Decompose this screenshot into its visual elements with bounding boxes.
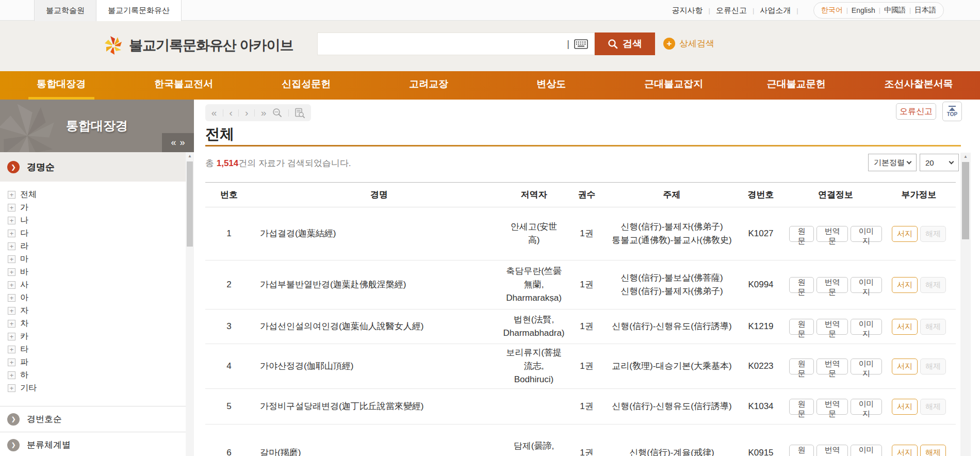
tree-item[interactable]: +카 [8, 330, 194, 343]
lang-chinese[interactable]: 中國語 [884, 6, 906, 15]
original-text-button[interactable]: 원문 [789, 226, 814, 242]
lang-english[interactable]: English [852, 6, 875, 14]
tree-item[interactable]: +바 [8, 266, 194, 279]
sidebar-scrollbar[interactable]: ▲ [186, 152, 194, 456]
bibliography-button[interactable]: 서지 [892, 399, 918, 415]
tree-item[interactable]: +사 [8, 279, 194, 291]
sutra-name-link[interactable]: 가섭결경(迦葉結經) [260, 227, 336, 240]
last-page-icon[interactable]: » [261, 108, 267, 118]
expand-plus-icon[interactable]: + [8, 346, 15, 353]
tree-item[interactable]: +마 [8, 253, 194, 266]
expand-plus-icon[interactable]: + [8, 359, 15, 366]
nav-item-4[interactable]: 고려교장 [368, 71, 491, 100]
original-text-button[interactable]: 원문 [789, 277, 814, 293]
image-button[interactable]: 이미지 [851, 399, 882, 415]
page-size-select[interactable]: 20 [920, 154, 959, 171]
sidebar-collapse-button[interactable]: « » [162, 133, 194, 152]
lang-korean[interactable]: 한국어 [821, 6, 843, 15]
sutra-name-link[interactable]: 가섭부불반열반경(迦葉赴佛般涅槃經) [260, 278, 406, 291]
bibliography-button[interactable]: 서지 [892, 277, 918, 293]
expand-plus-icon[interactable]: + [8, 191, 15, 199]
expand-plus-icon[interactable]: + [8, 320, 15, 328]
translation-button[interactable]: 번역문 [816, 445, 848, 456]
tree-item[interactable]: +나 [8, 214, 194, 227]
expand-plus-icon[interactable]: + [8, 268, 15, 276]
tree-item[interactable]: +타 [8, 343, 194, 356]
tree-item[interactable]: +차 [8, 317, 194, 330]
tree-item[interactable]: +자 [8, 304, 194, 317]
first-page-icon[interactable]: « [211, 108, 217, 118]
scroll-up-icon[interactable]: ▲ [960, 153, 971, 161]
tree-item[interactable]: +가 [8, 201, 194, 214]
content-scroll-thumb[interactable] [962, 162, 969, 239]
error-report-button[interactable]: 오류신고 [896, 103, 936, 120]
expand-plus-icon[interactable]: + [8, 294, 15, 302]
zoom-icon[interactable] [272, 108, 282, 118]
image-button[interactable]: 이미지 [851, 319, 882, 335]
tree-item[interactable]: +라 [8, 240, 194, 253]
image-button[interactable]: 이미지 [851, 226, 882, 242]
expand-plus-icon[interactable]: + [8, 333, 15, 340]
nav-item-1[interactable]: 통합대장경 [0, 71, 123, 100]
expand-plus-icon[interactable]: + [8, 230, 15, 237]
advanced-search-button[interactable]: + 상세검색 [663, 38, 714, 50]
expand-plus-icon[interactable]: + [8, 371, 15, 379]
nav-item-2[interactable]: 한국불교전서 [123, 71, 246, 100]
tree-item[interactable]: +전체 [8, 188, 194, 201]
original-text-button[interactable]: 원문 [789, 319, 814, 335]
original-text-button[interactable]: 원문 [789, 445, 814, 456]
expand-plus-icon[interactable]: + [8, 217, 15, 224]
nav-item-7[interactable]: 근대불교문헌 [735, 71, 858, 100]
original-text-button[interactable]: 원문 [789, 399, 814, 415]
lang-japanese[interactable]: 日本語 [914, 6, 936, 15]
original-text-button[interactable]: 원문 [789, 359, 814, 374]
bibliography-button[interactable]: 서지 [892, 319, 918, 335]
site-logo[interactable]: 불교기록문화유산 아카이브 [103, 35, 293, 56]
scroll-up-icon[interactable]: ▲ [186, 152, 194, 160]
nav-item-6[interactable]: 근대불교잡지 [613, 71, 736, 100]
expand-plus-icon[interactable]: + [8, 384, 15, 392]
nav-item-5[interactable]: 변상도 [490, 71, 613, 100]
site-tab-academy[interactable]: 불교학술원 [34, 0, 96, 21]
translation-button[interactable]: 번역문 [816, 277, 848, 293]
tree-item[interactable]: +아 [8, 291, 194, 304]
bibliography-button[interactable]: 서지 [892, 226, 918, 242]
expand-plus-icon[interactable]: + [8, 204, 15, 211]
prev-page-icon[interactable]: ‹ [230, 108, 233, 118]
expand-plus-icon[interactable]: + [8, 307, 15, 315]
content-scrollbar[interactable]: ▲ [960, 153, 971, 456]
sutra-name-link[interactable]: 가섭선인설의여인경(迦葉仙人說醫女人經) [260, 320, 423, 333]
expand-plus-icon[interactable]: + [8, 255, 15, 263]
image-button[interactable]: 이미지 [851, 277, 882, 293]
search-input[interactable] [318, 33, 567, 55]
translation-button[interactable]: 번역문 [816, 359, 848, 374]
nav-item-8[interactable]: 조선사찰본서목 [858, 71, 980, 100]
tree-item[interactable]: +다 [8, 227, 194, 240]
sutra-name-link[interactable]: 가정비구설당래변경(迦丁比丘說當來變經) [260, 400, 423, 413]
translation-button[interactable]: 번역문 [816, 399, 848, 415]
translation-button[interactable]: 번역문 [816, 319, 848, 335]
nav-item-3[interactable]: 신집성문헌 [245, 71, 368, 100]
tree-item[interactable]: +파 [8, 356, 194, 369]
search-button[interactable]: 검색 [595, 32, 655, 55]
sidebar-section-sutra-code-order[interactable]: ❯경번호순 [0, 406, 186, 432]
expand-plus-icon[interactable]: + [8, 242, 15, 250]
site-tab-archive[interactable]: 불교기록문화유산 [96, 0, 182, 21]
sidebar-scroll-thumb[interactable] [187, 161, 193, 247]
tree-item[interactable]: +기타 [8, 382, 194, 395]
bibliography-button[interactable]: 서지 [892, 359, 918, 374]
about-link[interactable]: 사업소개 [760, 6, 791, 15]
sutra-name-link[interactable]: 갈마(羯磨) [260, 446, 301, 456]
image-button[interactable]: 이미지 [851, 445, 882, 456]
translation-button[interactable]: 번역문 [816, 226, 848, 242]
expand-plus-icon[interactable]: + [8, 281, 15, 289]
scroll-to-top-button[interactable]: TOP [942, 102, 962, 121]
tree-item[interactable]: +하 [8, 369, 194, 382]
sidebar-section-sutra-name-order[interactable]: ❯ 경명순 [0, 152, 194, 182]
sort-select[interactable]: 기본정렬 [868, 154, 917, 171]
bibliography-button[interactable]: 서지 [892, 445, 918, 456]
annotation-button[interactable]: 해제 [920, 445, 946, 456]
image-button[interactable]: 이미지 [851, 359, 882, 374]
notice-link[interactable]: 공지사항 [672, 6, 703, 15]
sutra-name-link[interactable]: 가야산정경(伽耶山頂經) [260, 360, 353, 373]
